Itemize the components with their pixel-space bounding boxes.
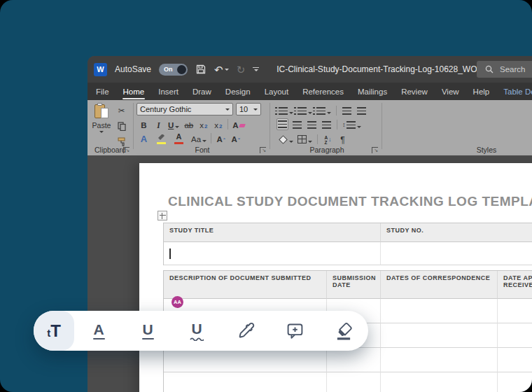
redo-button[interactable]: ↻ — [237, 64, 246, 75]
line-spacing-button[interactable]: ↕ — [342, 118, 362, 130]
clear-formatting-button[interactable]: A — [232, 118, 245, 130]
cut-button[interactable]: ✂ — [115, 104, 127, 115]
borders-button[interactable] — [297, 133, 313, 145]
shrink-font-button[interactable]: Aˇ — [230, 132, 241, 144]
new-comment-button[interactable] — [270, 321, 319, 340]
underline-button[interactable]: U — [167, 118, 180, 130]
italic-label: I — [157, 121, 160, 130]
tab-design[interactable]: Design — [218, 83, 258, 100]
subscript-button[interactable]: x2 — [197, 118, 209, 130]
tab-home[interactable]: Home — [116, 83, 152, 100]
table-cell[interactable] — [381, 348, 498, 372]
search-input[interactable]: Search — [477, 61, 532, 78]
increase-indent-button[interactable] — [356, 104, 368, 116]
tab-insert[interactable]: Insert — [151, 83, 186, 100]
clipboard-group: Paste ✂ — [88, 100, 133, 155]
text-effects-button[interactable]: A — [138, 132, 150, 144]
tab-help[interactable]: Help — [466, 83, 497, 100]
underline-u-button[interactable]: U — [123, 322, 172, 340]
study-title-header-cell[interactable]: STUDY TITLE — [164, 223, 381, 242]
correspondence-header-cell[interactable]: DATES OF CORRESPONDENCE — [381, 271, 498, 299]
italic-button[interactable]: I — [153, 118, 164, 130]
study-no-input-cell[interactable] — [381, 242, 532, 265]
align-center-button[interactable] — [291, 118, 303, 130]
background-card: W AutoSave On ↶ ↻ — [0, 0, 532, 392]
sort-button[interactable]: AZ ↓ — [322, 133, 334, 145]
bold-button[interactable]: B — [138, 118, 150, 130]
table-cell[interactable] — [498, 323, 532, 348]
date-approval-header-cell[interactable]: DATE APPROVAL RECEIVED — [498, 271, 532, 299]
study-no-header-cell[interactable]: STUDY NO. — [381, 223, 532, 242]
highlight-color-button[interactable] — [155, 132, 167, 144]
highlighter-button[interactable] — [319, 321, 368, 341]
superscript-button[interactable]: x2 — [212, 118, 224, 130]
align-right-icon — [307, 121, 316, 129]
table-cell[interactable] — [498, 372, 532, 392]
font-dialog-launcher[interactable]: ↘ — [260, 147, 266, 153]
paragraph-group-label: Paragraph — [272, 146, 382, 154]
underline-style-a-button[interactable]: A — [74, 322, 123, 340]
grow-font-mark: ˆ — [223, 138, 225, 144]
wavy-underline-button[interactable]: U — [172, 321, 221, 341]
table-cell[interactable] — [164, 372, 327, 392]
eyedropper-button[interactable] — [221, 321, 270, 340]
align-left-button[interactable] — [276, 118, 288, 130]
font-size-select[interactable]: 10 — [236, 103, 261, 115]
shading-button[interactable] — [278, 133, 294, 145]
table-cell[interactable] — [381, 299, 498, 323]
line-spacing-arrows-icon: ↕ — [342, 122, 346, 129]
align-right-button[interactable] — [306, 118, 318, 130]
table-cell[interactable] — [381, 323, 498, 348]
text-size-button[interactable]: tT — [34, 311, 74, 351]
table-cell[interactable] — [498, 348, 532, 372]
tab-layout[interactable]: Layout — [258, 83, 296, 100]
bullets-button[interactable] — [278, 104, 294, 116]
font-color-button[interactable]: A — [173, 132, 185, 144]
undo-button[interactable]: ↶ — [214, 64, 229, 75]
save-button[interactable] — [195, 64, 206, 75]
shrink-font-mark: ˇ — [238, 138, 240, 144]
autosave-toggle-state: On — [164, 66, 173, 73]
change-case-button[interactable]: Aa — [190, 132, 207, 144]
strikethrough-button[interactable]: ab — [183, 118, 195, 130]
highlight-color-bar — [157, 142, 166, 145]
table-move-handle-icon[interactable] — [158, 211, 167, 220]
tab-references[interactable]: References — [295, 83, 351, 100]
coauthor-presence-badge[interactable]: AA — [172, 296, 183, 308]
show-hide-marks-button[interactable]: ¶ — [337, 133, 349, 145]
document-title: IC-Clinical-Study-Document-Tracking-Log-… — [276, 64, 489, 74]
table-cell[interactable] — [381, 372, 498, 392]
font-name-select[interactable]: Century Gothic — [136, 103, 233, 115]
copy-button[interactable] — [115, 119, 127, 131]
tab-review[interactable]: Review — [394, 83, 435, 100]
quick-access-menu-button[interactable] — [253, 67, 259, 72]
submission-date-header-cell[interactable]: SUBMISSION DATE — [327, 271, 381, 299]
decrease-indent-button[interactable] — [341, 104, 353, 116]
grow-font-button[interactable]: Aˆ — [215, 132, 227, 144]
study-title-input-cell[interactable] — [164, 242, 381, 265]
multilevel-list-icon — [316, 107, 326, 115]
paste-button[interactable]: Paste — [90, 103, 113, 142]
document-page[interactable]: CLINICAL STUDY DOCUMENT TRACKING LOG TEM… — [139, 163, 532, 392]
paragraph-dialog-launcher[interactable]: ↘ — [372, 147, 378, 153]
font-size-dropdown-icon — [253, 108, 258, 111]
justify-button[interactable] — [321, 118, 332, 130]
table-cell[interactable] — [327, 348, 381, 372]
numbering-button[interactable] — [297, 104, 313, 116]
tab-draw[interactable]: Draw — [186, 83, 218, 100]
tab-view[interactable]: View — [435, 83, 466, 100]
autosave-toggle[interactable]: On — [159, 64, 188, 76]
table-cell[interactable] — [164, 348, 327, 372]
clipboard-dialog-launcher[interactable]: ↘ — [123, 147, 130, 153]
tab-mailings[interactable]: Mailings — [351, 83, 394, 100]
table-cell[interactable] — [498, 299, 532, 323]
tab-table-design[interactable]: Table Design — [496, 83, 532, 100]
description-header-cell[interactable]: DESCRIPTION OF DOCUMENT SUBMITTED — [164, 271, 327, 299]
tab-file[interactable]: File — [89, 83, 116, 100]
font-group-label: Font — [135, 146, 270, 154]
format-painter-button[interactable] — [115, 134, 127, 146]
table-cell[interactable] — [327, 372, 381, 392]
subscript-digit: 2 — [204, 124, 207, 130]
multilevel-list-button[interactable] — [316, 104, 332, 116]
font-name-dropdown-icon — [225, 108, 230, 111]
